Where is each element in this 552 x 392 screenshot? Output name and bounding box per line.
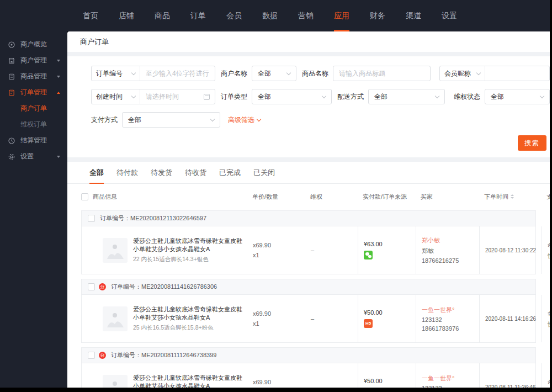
topnav-item-marketing[interactable]: 营销 [298,0,314,31]
product-cell: 爱莎公主鞋儿童软底冰雪奇缘鞋女童皮鞋小单鞋艾莎小女孩水晶鞋女A 25 内长16.… [93,363,250,388]
chevron-down-icon [435,93,439,98]
topnav-item-apps-active[interactable]: 应用 [334,0,349,31]
unit-price: x69.90 [253,242,301,248]
select-all-checkbox[interactable] [81,193,88,200]
sort-icon[interactable] [511,194,514,199]
member-input[interactable] [485,66,549,81]
image-placeholder-icon [103,238,128,263]
order-time: 2020-08-12 11:30:22 [485,247,537,253]
paid-cell: ¥63.00 [358,226,416,274]
product-icon [8,73,15,81]
pay-method: 余额支付 [548,241,550,249]
sidebar-item-merchant-manage[interactable]: 商户管理 [0,52,67,68]
topnav-item-finance[interactable]: 财务 [370,0,385,31]
topbar: 首页 店铺 商品 订单 会员 数据 营销 应用 财务 渠道 设置 [0,0,550,31]
price-cell: x69.90 x1 [250,363,305,388]
topnav-item-goods[interactable]: 商品 [155,0,170,31]
sidebar-item-goods-manage[interactable]: 商品管理 [0,68,67,84]
product-title[interactable]: 爱莎公主鞋儿童软底冰雪奇缘鞋女童皮鞋小单鞋艾莎小女孩水晶鞋女A [133,374,246,388]
product-name-input[interactable] [333,66,431,81]
order-type-select[interactable]: 全部 [252,89,332,104]
order-no-label: 订单编号：ME20200812113022646597 [100,214,206,223]
sidebar-subitem-merchant-orders[interactable]: 商户订单 [0,100,67,116]
quantity: x1 [253,252,301,258]
main-content: 商户订单 订单编号 商户名称 全部 [67,31,550,388]
sidebar-item-label: 商户概览 [20,40,47,49]
topnav-item-settings[interactable]: 设置 [442,0,457,31]
settings-icon [8,153,15,161]
order-row: 爱莎公主鞋儿童软底冰雪奇缘鞋女童皮鞋小单鞋艾莎小女孩水晶鞋女A 25 内长16.… [82,295,535,342]
column-pay-method: 支付方式 [541,193,550,201]
member-type-select[interactable]: 会员昵称 [440,66,485,81]
sidebar-item-label: 结算管理 [20,136,47,145]
buyer-nick-link[interactable]: 郑小敏 [422,236,475,245]
delivery-select[interactable]: 全部 [368,89,445,104]
buyer-nick-link[interactable]: 一鱼一世界° [422,374,475,383]
sidebar-item-merchant-overview[interactable]: 商户概览 [0,36,67,52]
merchant-icon [8,57,15,65]
order-row: 爱莎公主鞋儿童软底冰雪奇缘鞋女童皮鞋小单鞋艾莎小女孩水晶鞋女A 22 内长15适… [82,226,535,274]
calendar-icon [204,94,210,100]
admin-console: 首页 店铺 商品 订单 会员 数据 营销 应用 财务 渠道 设置 商户概览 [0,0,550,388]
topnav-item-shop[interactable]: 店铺 [119,0,134,31]
order-icon [8,89,15,97]
sidebar-item-settlement[interactable]: 结算管理 [0,133,67,149]
product-cell: 爱莎公主鞋儿童软底冰雪奇缘鞋女童皮鞋小单鞋艾莎小女孩水晶鞋女A 22 内长15适… [93,226,250,274]
tab-pending-shipment[interactable]: 待发货 [151,162,172,184]
pay-method: 余额支付 [548,309,550,317]
order-no-type-select[interactable]: 订单编号 [92,66,140,81]
orders-panel: 全部 待付款 待发货 待收货 已完成 已关闭 商品信息 单价/数量 维权 实付款… [67,162,550,388]
weiquan-status-select[interactable]: 全部 [485,89,550,104]
tab-pending-receipt[interactable]: 待收货 [185,162,206,184]
chevron-down-icon [57,76,60,78]
product-title[interactable]: 爱莎公主鞋儿童软底冰雪奇缘鞋女童皮鞋小单鞋艾莎小女孩水晶鞋女A [133,237,246,253]
order-row: 爱莎公主鞋儿童软底冰雪奇缘鞋女童皮鞋小单鞋艾莎小女孩水晶鞋女A 25 内长16.… [82,363,535,388]
topnav-item-members[interactable]: 会员 [226,0,242,31]
buyer-nick-link[interactable]: 一鱼一世界° [422,306,475,314]
order-checkbox[interactable] [88,352,95,359]
topnav-item-channels[interactable]: 渠道 [406,0,421,31]
price-cell: x69.90 x1 [250,226,305,274]
sidebar-subitem-rights-orders[interactable]: 维权订单 [0,116,67,133]
order-no: ME20200812113022646597 [130,215,206,221]
time-cell: 2020-08-11 14:16:26 [479,295,542,342]
sidebar-item-settings[interactable]: 设置 [0,149,67,165]
sidebar-subitem-label: 商户订单 [20,104,47,113]
product-spec: 25 内长16.5适合脚长15.8+粉色 [133,324,246,332]
order-time: 2020-08-11 14:16:26 [485,316,537,322]
order-group-header: 分 订单编号：ME20200811112646738399 [82,348,535,363]
pay-method-label: 支付方式 [91,115,118,125]
order-no-input[interactable] [140,66,215,81]
chevron-down-icon [286,70,291,75]
order-group: 分 订单编号：ME20200811141626786306 爱莎公主鞋儿童软底冰… [81,279,536,343]
tab-closed[interactable]: 已关闭 [253,162,275,184]
delivery-method: 快递发货 [548,252,550,260]
chevron-down-icon [210,116,215,121]
column-paid-source: 实付款/订单来源 [357,193,415,201]
paid-cell: ¥50.00 H5 [358,363,416,388]
pay-method-select[interactable]: 全部 [122,112,220,128]
merchant-name-select[interactable]: 全部 [252,66,296,81]
buyer-phone: 18766216275 [422,257,475,264]
sidebar-item-order-manage[interactable]: 订单管理 [0,84,67,100]
order-checkbox[interactable] [88,283,95,290]
advanced-filter-link[interactable]: 高级筛选 [228,115,261,125]
tab-completed[interactable]: 已完成 [219,162,241,184]
quantity: x1 [253,320,301,327]
time-cell: 2020-08-12 11:30:22 [479,226,542,274]
order-checkbox[interactable] [88,215,95,222]
order-time: 2020-08-11 11:26:46 [485,384,537,388]
search-button[interactable]: 搜索 [518,135,546,151]
distribution-badge-icon: 分 [99,352,106,359]
tab-all[interactable]: 全部 [89,162,104,184]
time-type-select[interactable]: 创建时间 [92,89,140,104]
time-input[interactable] [140,89,204,104]
topnav-item-data[interactable]: 数据 [262,0,278,31]
topnav-item-orders[interactable]: 订单 [190,0,206,31]
sidebar-subitem-label: 维权订单 [20,120,47,129]
member-filter: 会员昵称 [439,66,550,81]
topnav-item-home[interactable]: 首页 [83,0,98,31]
paid-cell: ¥50.00 H5 [358,295,416,342]
product-title[interactable]: 爱莎公主鞋儿童软底冰雪奇缘鞋女童皮鞋小单鞋艾莎小女孩水晶鞋女A [133,305,246,322]
tab-pending-payment[interactable]: 待付款 [116,162,138,184]
